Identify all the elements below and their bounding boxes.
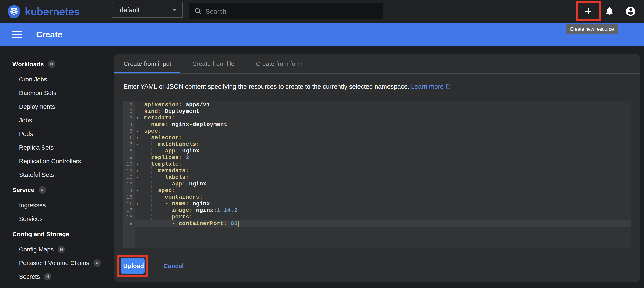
sidebar-item-services[interactable]: Services: [0, 212, 114, 226]
code-line-17: image: nginx:1.14.2: [136, 207, 631, 214]
gutter-line-2: 2: [123, 108, 136, 115]
gutter-line-7: 7▾: [123, 141, 136, 148]
item-label: Config Maps: [19, 246, 54, 253]
sidebar-item-secrets[interactable]: SecretsN: [0, 270, 114, 283]
sidebar-group-config-and-storage[interactable]: Config and Storage: [0, 227, 114, 241]
gutter-line-12: 12▾: [123, 174, 136, 181]
gutter-line-16: 16▾: [123, 201, 136, 207]
item-label: Stateful Sets: [19, 171, 54, 178]
sidebar-nav: WorkloadsNCron JobsDaemon SetsDeployment…: [0, 46, 114, 288]
item-label: Persistent Volume Claims: [19, 259, 89, 266]
sidebar-item-deployments[interactable]: Deployments: [0, 100, 114, 113]
item-label: Services: [19, 215, 42, 222]
create-tooltip: Create new resource: [566, 24, 618, 34]
code-line-8: app: nginx: [136, 148, 631, 154]
page-title: Create: [36, 30, 62, 39]
code-line-19: - containerPort: 80: [136, 220, 631, 227]
yaml-editor[interactable]: 123▾45▾6▾7▾8910▾11▾12▾1314▾1516▾171819 a…: [123, 101, 631, 248]
sidebar-item-daemon-sets[interactable]: Daemon Sets: [0, 86, 114, 100]
upload-button[interactable]: Upload: [121, 258, 144, 273]
sidebar-item-replication-controllers[interactable]: Replication Controllers: [0, 154, 114, 168]
namespace-selector[interactable]: default: [112, 2, 183, 18]
code-line-4: name: nginx-deployment: [136, 121, 631, 128]
kubernetes-dashboard: ☸ kubernetes default Create: [0, 0, 644, 288]
gutter-line-15: 15: [123, 194, 136, 201]
new-badge: N: [94, 259, 101, 267]
code-line-10: template:: [136, 161, 631, 168]
new-badge: N: [38, 186, 46, 194]
gutter-line-11: 11▾: [123, 168, 136, 174]
group-label: Workloads: [12, 61, 44, 68]
instructions-text: Enter YAML or JSON content specifying th…: [124, 83, 409, 90]
learn-more-link[interactable]: Learn more: [411, 83, 451, 90]
code-line-16: - name: nginx: [136, 201, 631, 207]
gutter-line-5: 5▾: [123, 128, 136, 134]
code-line-1: apiVersion: apps/v1: [136, 101, 631, 108]
code-line-3: metadata:: [136, 115, 631, 121]
code-line-2: kind: Deployment: [136, 108, 631, 115]
gutter-line-18: 18: [123, 214, 136, 220]
code-line-6: selector:: [136, 134, 631, 141]
gutter-line-13: 13: [123, 181, 136, 187]
code-line-7: matchLabels:: [136, 141, 631, 148]
sidebar-item-persistent-volume-claims[interactable]: Persistent Volume ClaimsN: [0, 256, 114, 270]
account-button[interactable]: [625, 6, 636, 18]
sidebar-item-jobs[interactable]: Jobs: [0, 113, 114, 127]
item-label: Daemon Sets: [19, 90, 56, 97]
tab-create-from-input[interactable]: Create from input: [114, 54, 180, 73]
brand-title: kubernetes: [25, 5, 80, 18]
sidebar-group-service[interactable]: ServiceN: [0, 183, 114, 197]
search-bar[interactable]: [189, 3, 383, 19]
code-line-11: metadata:: [136, 168, 631, 174]
sidebar-group-workloads[interactable]: WorkloadsN: [0, 57, 114, 71]
search-input[interactable]: [205, 7, 378, 16]
gutter-line-3: 3▾: [123, 115, 136, 121]
tab-create-from-form[interactable]: Create from form: [246, 54, 312, 73]
kubernetes-logo-icon: ☸: [7, 4, 21, 19]
gutter-line-1: 1: [123, 101, 136, 108]
sidebar-item-config-maps[interactable]: Config MapsN: [0, 243, 114, 256]
item-label: Pods: [19, 130, 33, 137]
namespace-value: default: [120, 6, 172, 14]
gutter-line-9: 9: [123, 154, 136, 161]
group-label: Config and Storage: [12, 231, 70, 238]
sidebar-item-ingresses[interactable]: Ingresses: [0, 198, 114, 212]
code-line-15: containers:: [136, 194, 631, 201]
code-line-12: labels:: [136, 174, 631, 181]
sidebar-item-cron-jobs[interactable]: Cron Jobs: [0, 73, 114, 86]
create-new-resource-button[interactable]: [580, 3, 596, 19]
editor-code[interactable]: apiVersion: apps/v1kind: Deploymentmetad…: [136, 101, 631, 248]
item-label: Ingresses: [19, 202, 46, 209]
open-in-new-icon: [445, 83, 451, 89]
sidebar-item-stateful-sets[interactable]: Stateful Sets: [0, 168, 114, 182]
notifications-button[interactable]: [604, 6, 614, 18]
sidebar-item-pods[interactable]: Pods: [0, 127, 114, 141]
search-icon: [194, 7, 202, 16]
code-line-18: ports:: [136, 214, 631, 220]
gutter-line-8: 8: [123, 148, 136, 154]
gutter-line-10: 10▾: [123, 161, 136, 168]
brand[interactable]: ☸ kubernetes: [7, 0, 80, 23]
item-label: Replica Sets: [19, 144, 54, 151]
item-label: Replication Controllers: [19, 158, 81, 165]
item-label: Secrets: [19, 273, 40, 280]
code-line-5: spec:: [136, 128, 631, 134]
chevron-down-icon: [172, 9, 177, 11]
code-line-14: spec:: [136, 187, 631, 194]
new-badge: N: [44, 273, 52, 280]
bell-icon: [604, 6, 614, 16]
code-line-9: replicas: 2: [136, 154, 631, 161]
new-badge: N: [48, 60, 56, 68]
new-badge: N: [58, 246, 65, 253]
gutter-line-14: 14▾: [123, 187, 136, 194]
account-circle-icon: [625, 6, 636, 17]
gutter-line-17: 17: [123, 207, 136, 214]
cancel-button[interactable]: Cancel: [164, 258, 184, 273]
sidebar-item-replica-sets[interactable]: Replica Sets: [0, 141, 114, 154]
item-label: Jobs: [19, 117, 32, 124]
tab-create-from-file[interactable]: Create from file: [180, 54, 246, 73]
menu-button[interactable]: [12, 31, 22, 38]
code-line-13: app: nginx: [136, 181, 631, 187]
helm-wheel-icon: ☸: [9, 6, 19, 17]
plus-icon: [583, 6, 593, 16]
